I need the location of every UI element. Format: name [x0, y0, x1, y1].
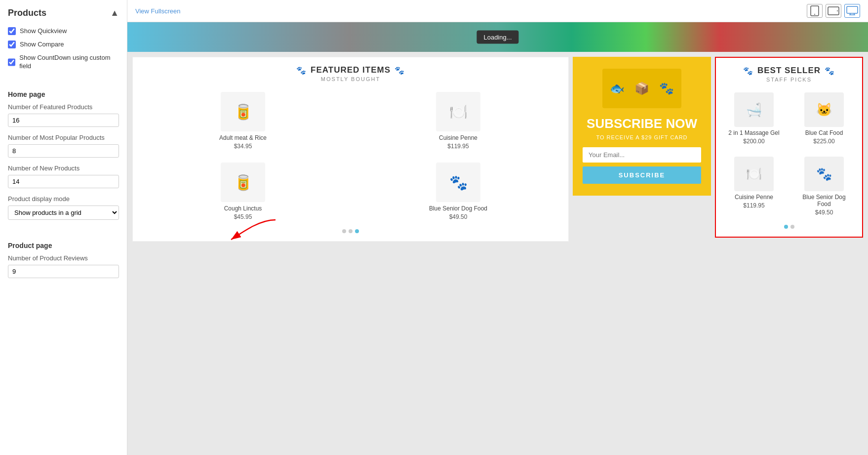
product-display-mode-select[interactable]: Show products in a grid Show products in…	[8, 206, 119, 220]
bestseller-title-text: BEST SELLER	[757, 66, 821, 76]
bestseller-panel: 🐾 BEST SELLER 🐾 STAFF PICKS 🛁 2 in 1 Mas…	[715, 57, 863, 238]
show-countdown-checkbox[interactable]	[8, 58, 15, 66]
review-count-label: Number of Product Reviews	[8, 254, 119, 262]
product-name: Cough Linctus	[142, 205, 344, 212]
show-quickview-checkbox[interactable]	[8, 27, 16, 35]
featured-panel-header: 🐾 FEATURED ITEMS 🐾 MOSTLY BOUGHT	[138, 65, 563, 82]
product-image: 🥫	[221, 163, 265, 202]
view-fullscreen-link[interactable]: View Fullscreen	[135, 7, 181, 15]
bestseller-carousel-dots	[721, 225, 857, 229]
bestseller-products-grid: 🛁 2 in 1 Massage Gel $200.00 🐱 Blue Cat …	[721, 88, 857, 220]
product-page-section: Product page Number of Product Reviews	[0, 231, 127, 289]
svg-point-1	[814, 14, 815, 15]
svg-point-3	[837, 10, 838, 11]
popular-products-row	[8, 144, 119, 158]
list-item: 🥫 Adult meat & Rice $34.95	[138, 88, 348, 154]
featured-products-grid: 🥫 Adult meat & Rice $34.95 🍽️ Cuisine Pe…	[138, 88, 563, 224]
product-price: $45.95	[142, 213, 344, 220]
product-image: 🐱	[804, 92, 844, 127]
subscribe-subtitle: TO RECEIVE A $29 GIFT CARD	[596, 134, 687, 140]
paw-left-icon: 🐾	[296, 66, 307, 75]
preview-area: Loading... 🐾 FEATURED ITEMS 🐾 MOSTLY BOU…	[127, 22, 868, 455]
carousel-dot[interactable]	[349, 229, 353, 233]
featured-items-panel: 🐾 FEATURED ITEMS 🐾 MOSTLY BOUGHT 🥫 Adult…	[132, 57, 569, 242]
show-compare-label: Show Compare	[20, 41, 64, 49]
featured-subtitle: MOSTLY BOUGHT	[138, 76, 563, 82]
carousel-dot-active[interactable]	[784, 225, 788, 229]
subscribe-title: SUBSCRIBE NOW	[587, 116, 697, 131]
list-item: 🐾 Blue Senior Dog Food $49.50	[353, 159, 563, 224]
tablet-landscape-icon[interactable]	[826, 4, 841, 18]
product-price: $225.00	[795, 138, 853, 145]
review-count-row	[8, 265, 119, 278]
bestseller-paw-left-icon: 🐾	[743, 66, 753, 76]
product-display-mode-row: Show products in a grid Show products in…	[8, 206, 119, 220]
list-item: 🍽️ Cuisine Penne $119.95	[721, 153, 787, 220]
paw-right-icon: 🐾	[395, 66, 405, 75]
product-price: $34.95	[142, 143, 344, 150]
checkbox-show-countdown: Show CountDown using custom field	[8, 54, 119, 71]
subscribe-button[interactable]: SUBSCRIBE	[583, 166, 701, 184]
desktop-icon[interactable]	[844, 4, 860, 18]
bestseller-panel-header: 🐾 BEST SELLER 🐾 STAFF PICKS	[721, 66, 857, 83]
device-icons	[807, 4, 860, 18]
sidebar: Products ▲ Show Quickview Show Compare S…	[0, 0, 127, 455]
popular-products-label: Number of Most Popular Products	[8, 134, 119, 141]
banner-strip: Loading...	[127, 22, 868, 52]
bestseller-panel-title: 🐾 BEST SELLER 🐾	[721, 66, 857, 76]
product-image: 🐾	[436, 163, 480, 202]
new-products-input[interactable]	[8, 175, 119, 188]
featured-products-row	[8, 114, 119, 127]
home-page-section: Home page Number of Featured Products Nu…	[0, 80, 127, 231]
product-price: $49.50	[795, 209, 853, 216]
product-name: 2 in 1 Massage Gel	[725, 129, 783, 136]
product-image: 🐾	[804, 157, 844, 191]
sidebar-title: Products	[8, 8, 46, 18]
content-row: 🐾 FEATURED ITEMS 🐾 MOSTLY BOUGHT 🥫 Adult…	[127, 52, 868, 247]
home-page-label: Home page	[8, 90, 119, 98]
show-countdown-label: Show CountDown using custom field	[19, 54, 119, 71]
sidebar-header: Products ▲	[0, 0, 127, 23]
product-name: Blue Senior Dog Food	[795, 194, 853, 207]
subscribe-panel: 🐟 📦 🐾 SUBSCRIBE NOW TO RECEIVE A $29 GIF…	[573, 57, 711, 196]
new-products-row	[8, 175, 119, 188]
product-name: Cuisine Penne	[725, 194, 783, 201]
show-quickview-label: Show Quickview	[20, 27, 67, 36]
product-image: 🛁	[734, 92, 774, 127]
checkbox-show-quickview: Show Quickview	[8, 27, 119, 36]
product-name: Blue Senior Dog Food	[357, 205, 559, 212]
carousel-dot-active[interactable]	[355, 229, 359, 233]
list-item: 🐾 Blue Senior Dog Food $49.50	[791, 153, 857, 220]
svg-rect-4	[847, 6, 858, 13]
product-price: $200.00	[725, 138, 783, 145]
featured-products-label: Number of Featured Products	[8, 103, 119, 111]
list-item: 🛁 2 in 1 Massage Gel $200.00	[721, 88, 787, 149]
list-item: 🥫 Cough Linctus $45.95	[138, 159, 348, 224]
main-content: View Fullscreen Loading...	[127, 0, 868, 455]
review-count-input[interactable]	[8, 265, 119, 278]
checkboxes-section: Show Quickview Show Compare Show CountDo…	[0, 23, 127, 80]
product-display-mode-label: Product display mode	[8, 195, 119, 203]
product-price: $119.95	[357, 143, 559, 150]
popular-products-input[interactable]	[8, 144, 119, 158]
bestseller-paw-right-icon: 🐾	[825, 66, 835, 76]
checkbox-show-compare: Show Compare	[8, 41, 119, 49]
product-price: $49.50	[357, 213, 559, 220]
tablet-portrait-icon[interactable]	[807, 4, 823, 18]
new-products-label: Number of New Products	[8, 165, 119, 172]
subscribe-email-input[interactable]	[583, 147, 701, 163]
sidebar-collapse-button[interactable]: ▲	[110, 8, 119, 18]
product-image: 🍽️	[734, 157, 774, 191]
top-bar: View Fullscreen	[127, 0, 868, 22]
product-name: Cuisine Penne	[357, 134, 559, 141]
carousel-dot[interactable]	[790, 225, 794, 229]
featured-title-text: FEATURED ITEMS	[311, 65, 391, 75]
carousel-dot[interactable]	[342, 229, 346, 233]
featured-products-input[interactable]	[8, 114, 119, 127]
product-image: 🥫	[221, 92, 265, 131]
subscribe-product-3: 🐾	[652, 69, 681, 108]
show-compare-checkbox[interactable]	[8, 41, 16, 48]
bestseller-subtitle: STAFF PICKS	[721, 77, 857, 83]
loading-tooltip: Loading...	[476, 31, 518, 44]
list-item: 🍽️ Cuisine Penne $119.95	[353, 88, 563, 154]
